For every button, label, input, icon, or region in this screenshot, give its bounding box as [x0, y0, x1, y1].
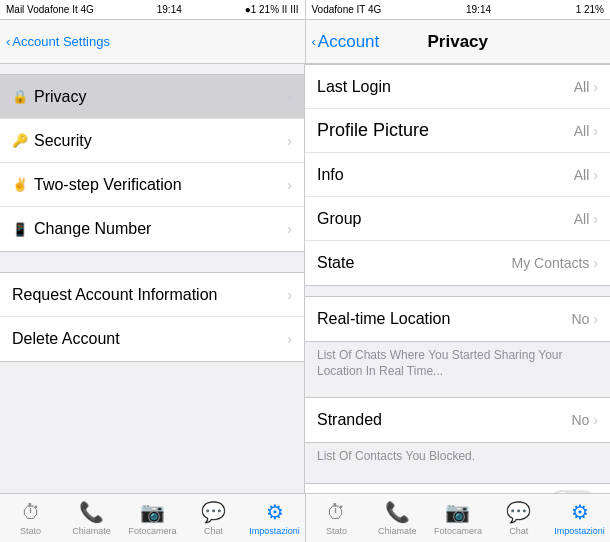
right-back-label: Account: [318, 32, 379, 52]
left-tab-impostazioni[interactable]: ⚙ Impostazioni: [244, 494, 305, 542]
security-label: Security: [34, 132, 92, 150]
changenumber-label-row: 📱 Change Number: [12, 220, 151, 238]
left-tab-chiamate[interactable]: 📞 Chiamate: [61, 494, 122, 542]
right-status-bar: Vodafone IT 4G 19:14 1 21%: [306, 0, 611, 20]
nav-bars: ‹ Account Settings ‹ Account Privacy: [0, 20, 610, 64]
group-value: All ›: [574, 211, 598, 227]
status-bars: Mail Vodafone It 4G 19:14 ●1 21% II III …: [0, 0, 610, 20]
realtimeLoc-chevron: ›: [593, 311, 598, 327]
profilepic-label: Profile Picture: [317, 120, 429, 141]
requestinfo-label-row: Request Account Information: [12, 286, 217, 304]
settings-item-security[interactable]: 🔑 Security ›: [0, 119, 304, 163]
left-tab-fotocamera[interactable]: 📷 Fotocamera: [122, 494, 183, 542]
privacy-item-group[interactable]: Group All ›: [305, 197, 610, 241]
right-nav-bar: ‹ Account Privacy: [306, 20, 611, 63]
privacy-item-state[interactable]: State My Contacts ›: [305, 241, 610, 285]
state-val-text: My Contacts: [512, 255, 590, 271]
requestinfo-chevron: ›: [287, 287, 292, 303]
privacy-item-realtimeLoc[interactable]: Real-time Location No ›: [305, 297, 610, 341]
left-nav-bar: ‹ Account Settings: [0, 20, 305, 63]
deleteaccount-label-row: Delete Account: [12, 330, 120, 348]
twostep-label-row: ✌ Two-step Verification: [12, 176, 182, 194]
privacy-group-3: Stranded No ›: [305, 397, 610, 443]
security-icon: 🔑: [12, 133, 28, 148]
left-tab-chat[interactable]: 💬 Chat: [183, 494, 244, 542]
readconfirm-toggle[interactable]: [547, 490, 598, 493]
state-value: My Contacts ›: [512, 255, 598, 271]
left-back-button[interactable]: ‹ Account Settings: [6, 34, 110, 49]
info-value: All ›: [574, 167, 598, 183]
settings-item-privacy[interactable]: 🔒 Privacy ›: [0, 75, 304, 119]
group-chevron: ›: [593, 211, 598, 227]
lastlogin-val-text: All: [574, 79, 590, 95]
left-fotocamera-icon: 📷: [140, 500, 165, 524]
realtimeLoc-value: No ›: [571, 311, 598, 327]
left-panel: 🔒 Privacy › 🔑 Security › ✌ Two-step Veri…: [0, 64, 305, 493]
left-back-arrow: ‹: [6, 34, 10, 49]
right-carrier: Vodafone IT 4G: [312, 4, 382, 15]
info-label: Info: [317, 166, 344, 184]
privacy-item-readconfirm[interactable]: Read Confirmations: [305, 484, 610, 493]
right-nav-title: Privacy: [428, 32, 489, 52]
stranded-info: List Of Contacts You Blocked.: [305, 443, 610, 473]
right-tab-chat[interactable]: 💬 Chat: [488, 494, 549, 542]
stranded-val-text: No: [571, 412, 589, 428]
left-chat-icon: 💬: [201, 500, 226, 524]
right-chat-icon: 💬: [506, 500, 531, 524]
spacer-1: [305, 286, 610, 296]
right-impostazioni-icon: ⚙: [571, 500, 589, 524]
privacy-group-4: Read Confirmations: [305, 483, 610, 493]
right-time: 19:14: [466, 4, 491, 15]
privacy-label: Privacy: [34, 88, 86, 106]
right-back-arrow: ‹: [312, 34, 316, 49]
privacy-group-2: Real-time Location No ›: [305, 296, 610, 342]
right-chiamate-label: Chiamate: [378, 526, 417, 536]
right-tab-bar: ⏱ Stato 📞 Chiamate 📷 Fotocamera 💬 Chat ⚙…: [306, 494, 610, 542]
info-val-text: All: [574, 167, 590, 183]
left-back-label: Account Settings: [12, 34, 110, 49]
right-stato-label: Stato: [326, 526, 347, 536]
settings-item-changenumber[interactable]: 📱 Change Number ›: [0, 207, 304, 251]
left-time: 19:14: [157, 4, 182, 15]
group-label: Group: [317, 210, 361, 228]
right-tab-impostazioni[interactable]: ⚙ Impostazioni: [549, 494, 610, 542]
profilepic-val-text: All: [574, 123, 590, 139]
tab-bars: ⏱ Stato 📞 Chiamate 📷 Fotocamera 💬 Chat ⚙…: [0, 493, 610, 542]
right-back-button[interactable]: ‹ Account: [312, 32, 380, 52]
right-chiamate-icon: 📞: [385, 500, 410, 524]
realtimeLoc-info: List Of Chats Where You Started Sharing …: [305, 342, 610, 387]
privacy-item-profilepic[interactable]: Profile Picture All ›: [305, 109, 610, 153]
settings-item-requestinfo[interactable]: Request Account Information ›: [0, 273, 304, 317]
profilepic-chevron: ›: [593, 123, 598, 139]
left-carrier: Mail Vodafone It 4G: [6, 4, 94, 15]
right-tab-chiamate[interactable]: 📞 Chiamate: [367, 494, 428, 542]
right-tab-fotocamera[interactable]: 📷 Fotocamera: [428, 494, 489, 542]
privacy-item-stranded[interactable]: Stranded No ›: [305, 398, 610, 442]
settings-item-twostep[interactable]: ✌ Two-step Verification ›: [0, 163, 304, 207]
privacy-icon: 🔒: [12, 89, 28, 104]
privacy-item-lastlogin[interactable]: Last Login All ›: [305, 65, 610, 109]
right-battery: 1 21%: [576, 4, 604, 15]
privacy-group-1: Last Login All › Profile Picture All › I…: [305, 64, 610, 286]
privacy-chevron: ›: [287, 89, 292, 105]
security-chevron: ›: [287, 133, 292, 149]
requestinfo-label: Request Account Information: [12, 286, 217, 304]
lastlogin-chevron: ›: [593, 79, 598, 95]
left-tab-stato[interactable]: ⏱ Stato: [0, 494, 61, 542]
stranded-label: Stranded: [317, 411, 382, 429]
stranded-value: No ›: [571, 412, 598, 428]
left-fotocamera-label: Fotocamera: [128, 526, 176, 536]
privacy-item-info[interactable]: Info All ›: [305, 153, 610, 197]
left-stato-icon: ⏱: [21, 501, 41, 524]
right-tab-stato[interactable]: ⏱ Stato: [306, 494, 367, 542]
settings-item-deleteaccount[interactable]: Delete Account ›: [0, 317, 304, 361]
right-fotocamera-icon: 📷: [445, 500, 470, 524]
left-status-bar: Mail Vodafone It 4G 19:14 ●1 21% II III: [0, 0, 305, 20]
right-impostazioni-label: Impostazioni: [554, 526, 605, 536]
stranded-chevron: ›: [593, 412, 598, 428]
toggle-knob: [549, 492, 576, 493]
left-chat-label: Chat: [204, 526, 223, 536]
right-chat-label: Chat: [509, 526, 528, 536]
realtimeLoc-label: Real-time Location: [317, 310, 450, 328]
left-stato-label: Stato: [20, 526, 41, 536]
